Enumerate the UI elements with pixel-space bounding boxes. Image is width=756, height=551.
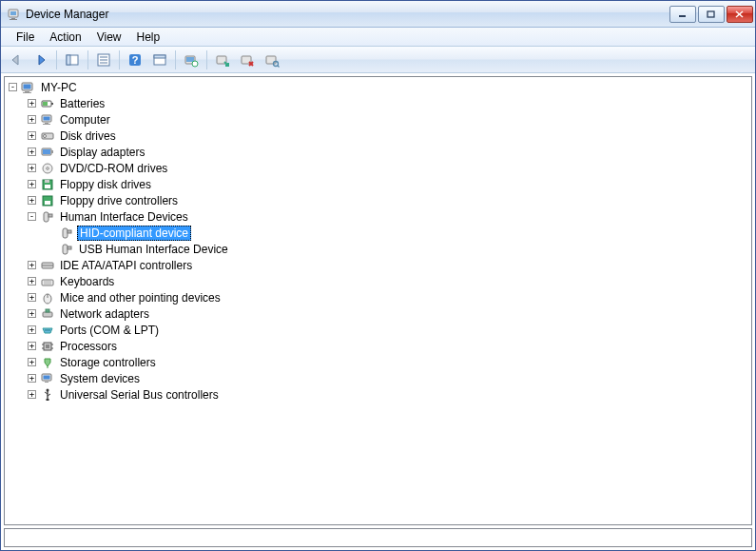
device-tree[interactable]: - MY-PC + Batteries + Computer + Dis <box>4 76 752 525</box>
usb-icon <box>40 387 55 403</box>
computer-label[interactable]: Computer <box>58 113 112 127</box>
node-usb-hid[interactable]: USB Human Interface Device <box>5 241 751 257</box>
system-label[interactable]: System devices <box>58 372 142 385</box>
expand-icon[interactable]: + <box>28 325 36 334</box>
expand-icon[interactable]: + <box>28 342 36 350</box>
root-label[interactable]: MY-PC <box>39 81 79 94</box>
expand-icon[interactable]: + <box>28 390 36 399</box>
display-adapters-label[interactable]: Display adapters <box>58 146 146 159</box>
dvd-cd-label[interactable]: DVD/CD-ROM drives <box>58 162 169 175</box>
expand-icon[interactable]: + <box>28 148 36 156</box>
uninstall-button[interactable] <box>236 49 259 71</box>
node-keyboards[interactable]: + Keyboards <box>5 273 751 289</box>
expand-icon[interactable]: + <box>28 309 36 318</box>
svg-rect-17 <box>154 55 165 58</box>
expand-icon[interactable]: + <box>28 131 36 140</box>
svg-point-80 <box>47 388 49 391</box>
usb-label[interactable]: Universal Serial Bus controllers <box>58 388 221 402</box>
node-mice[interactable]: + Mice and other pointing devices <box>5 289 751 305</box>
node-ide[interactable]: + IDE ATA/ATAPI controllers <box>5 257 751 273</box>
node-system[interactable]: + System devices <box>5 370 751 386</box>
node-dvd-cd[interactable]: + DVD/CD-ROM drives <box>5 160 751 176</box>
svg-rect-64 <box>43 312 52 317</box>
svg-rect-52 <box>48 214 52 217</box>
svg-rect-47 <box>45 180 49 183</box>
tree-root[interactable]: - MY-PC <box>5 79 751 95</box>
maximize-button[interactable] <box>698 6 725 23</box>
node-disk-drives[interactable]: + Disk drives <box>5 128 751 144</box>
menu-action[interactable]: Action <box>42 30 88 44</box>
svg-rect-51 <box>44 212 48 222</box>
titlebar[interactable]: Device Manager <box>1 1 755 28</box>
action-button[interactable] <box>148 49 171 71</box>
node-processors[interactable]: + Processors <box>5 338 751 354</box>
content-area: - MY-PC + Batteries + Computer + Dis <box>1 73 755 550</box>
batteries-label[interactable]: Batteries <box>58 97 107 110</box>
node-display-adapters[interactable]: + Display adapters <box>5 144 751 160</box>
node-ports[interactable]: + Ports (COM & LPT) <box>5 322 751 338</box>
usb-hid-label[interactable]: USB Human Interface Device <box>77 243 230 256</box>
node-usb[interactable]: + Universal Serial Bus controllers <box>5 386 751 403</box>
update-driver-button[interactable] <box>180 49 203 71</box>
help-button[interactable]: ? <box>124 49 146 71</box>
mice-label[interactable]: Mice and other pointing devices <box>58 291 223 305</box>
show-hide-console-tree-button[interactable] <box>61 49 84 71</box>
processors-label[interactable]: Processors <box>58 340 119 353</box>
svg-rect-54 <box>68 230 71 233</box>
expand-icon[interactable]: + <box>28 99 36 108</box>
expand-icon[interactable]: + <box>28 358 36 366</box>
expand-icon[interactable]: + <box>28 164 36 172</box>
expand-icon[interactable]: + <box>28 196 36 205</box>
toolbar-separator <box>119 50 120 69</box>
svg-point-20 <box>192 61 198 67</box>
hid-compliant-label[interactable]: HID-compliant device <box>77 226 191 241</box>
disk-drives-label[interactable]: Disk drives <box>58 129 118 143</box>
collapse-icon[interactable]: - <box>28 212 36 221</box>
toolbar-separator <box>206 50 207 69</box>
node-floppy-disk[interactable]: + Floppy disk drives <box>5 176 751 192</box>
keyboards-label[interactable]: Keyboards <box>58 275 116 288</box>
collapse-icon[interactable]: - <box>9 83 17 91</box>
expand-icon[interactable]: + <box>28 374 36 383</box>
menu-file[interactable]: File <box>9 30 42 44</box>
svg-rect-3 <box>10 19 17 20</box>
scan-hardware-button[interactable] <box>261 49 283 71</box>
forward-button[interactable] <box>29 49 52 71</box>
svg-rect-59 <box>42 280 53 285</box>
floppy-icon <box>40 177 55 192</box>
app-icon <box>7 7 22 22</box>
svg-rect-83 <box>47 399 49 401</box>
no-expander <box>47 228 55 237</box>
svg-rect-33 <box>51 103 53 105</box>
expand-icon[interactable]: + <box>28 115 36 124</box>
back-button[interactable] <box>5 49 28 71</box>
expand-icon[interactable]: + <box>28 261 36 269</box>
menu-help[interactable]: Help <box>129 30 168 44</box>
svg-rect-29 <box>24 84 31 89</box>
node-hid[interactable]: - Human Interface Devices <box>5 208 751 225</box>
properties-button[interactable] <box>92 49 115 71</box>
ide-label[interactable]: IDE ATA/ATAPI controllers <box>58 259 194 272</box>
network-label[interactable]: Network adapters <box>58 307 151 321</box>
floppy-disk-label[interactable]: Floppy disk drives <box>58 178 153 191</box>
node-storage[interactable]: + Storage controllers <box>5 354 751 370</box>
enable-button[interactable] <box>211 49 234 71</box>
minimize-button[interactable] <box>669 6 696 23</box>
close-button[interactable] <box>727 6 753 23</box>
expand-icon[interactable]: + <box>28 277 36 285</box>
node-batteries[interactable]: + Batteries <box>5 95 751 111</box>
toolbar-separator <box>87 50 88 69</box>
floppy-ctrl-label[interactable]: Floppy drive controllers <box>58 194 180 207</box>
node-floppy-ctrl[interactable]: + Floppy drive controllers <box>5 192 751 208</box>
ports-label[interactable]: Ports (COM & LPT) <box>58 324 161 337</box>
hid-label[interactable]: Human Interface Devices <box>58 210 190 224</box>
menu-view[interactable]: View <box>89 30 129 44</box>
node-network[interactable]: + Network adapters <box>5 305 751 322</box>
svg-rect-9 <box>67 55 70 65</box>
expand-icon[interactable]: + <box>28 293 36 302</box>
node-computer[interactable]: + Computer <box>5 111 751 128</box>
svg-rect-42 <box>43 149 50 154</box>
storage-label[interactable]: Storage controllers <box>58 356 158 369</box>
expand-icon[interactable]: + <box>28 180 36 188</box>
node-hid-compliant[interactable]: HID-compliant device <box>5 225 751 241</box>
